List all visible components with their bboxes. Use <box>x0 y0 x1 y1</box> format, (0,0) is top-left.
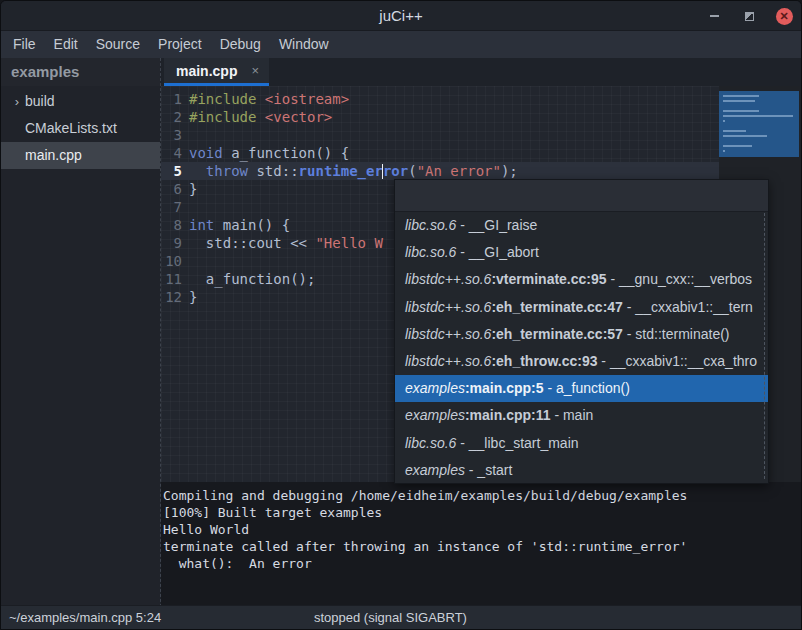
backtrace-frame[interactable]: libstdc++.so.6:vterminate.cc:95 - __gnu_… <box>395 266 768 293</box>
window-controls: ✕ <box>705 1 793 31</box>
code-token: #include <box>189 109 265 125</box>
line-number: 8 <box>161 216 189 234</box>
code-token: main() { <box>214 217 290 233</box>
backtrace-frame[interactable]: libc.so.6 - __GI_raise <box>395 212 768 239</box>
terminal-line: Hello World <box>163 521 801 538</box>
status-debug-state: stopped (signal SIGABRT) <box>314 606 467 629</box>
backtrace-frame[interactable]: libc.so.6 - __GI_abort <box>395 239 768 266</box>
code-token: <vector> <box>265 109 332 125</box>
code-token: } <box>189 289 197 305</box>
project-name-header: examples <box>1 58 160 86</box>
menubar: FileEditSourceProjectDebugWindow <box>1 31 801 58</box>
backtrace-frame[interactable]: libc.so.6 - __libc_start_main <box>395 430 768 457</box>
minimap-line <box>723 120 725 122</box>
menu-item-edit[interactable]: Edit <box>54 31 78 58</box>
tab-close-icon[interactable]: × <box>251 64 259 77</box>
tree-item-label: CMakeLists.txt <box>25 115 117 142</box>
line-number: 12 <box>161 288 189 306</box>
frame-symbol: - __gnu_cxx::__verbos <box>607 271 753 287</box>
frame-symbol: - _start <box>465 462 512 478</box>
code-line-3[interactable]: 3 <box>161 126 801 144</box>
sidebar-item-build[interactable]: ›build <box>1 88 160 115</box>
minimap-viewport[interactable] <box>719 91 799 157</box>
code-line-4[interactable]: 4void a_function() { <box>161 144 801 162</box>
frame-file-line: :eh_terminate.cc:47 <box>491 299 623 315</box>
tree-item-label: build <box>25 88 55 115</box>
frame-symbol: - __cxxabiv1::__cxa_thro <box>597 353 757 369</box>
frame-symbol: - __GI_raise <box>456 217 537 233</box>
frame-library: libc.so.6 <box>405 435 456 451</box>
code-token: a_function(); <box>189 271 315 287</box>
frame-symbol: - std::terminate() <box>623 326 730 342</box>
frame-file-line: :main.cpp:11 <box>465 407 551 423</box>
frame-library: libstdc++.so.6 <box>405 299 491 315</box>
menu-item-project[interactable]: Project <box>158 31 202 58</box>
tab-main-cpp[interactable]: main.cpp× <box>164 58 269 86</box>
code-line-1[interactable]: 1#include <iostream> <box>161 90 801 108</box>
line-number: 3 <box>161 126 189 144</box>
minimap-line <box>723 135 767 137</box>
terminal-line: Compiling and debugging /home/eidheim/ex… <box>163 487 801 504</box>
backtrace-frame[interactable]: examples:main.cpp:11 - main <box>395 402 768 429</box>
code-token: ); <box>501 163 518 179</box>
terminal-line: [100%] Built target examples <box>163 504 801 521</box>
file-tree: ›buildCMakeLists.txtmain.cpp <box>1 86 160 169</box>
backtrace-frame[interactable]: libstdc++.so.6:eh_throw.cc:93 - __cxxabi… <box>395 348 768 375</box>
menu-item-debug[interactable]: Debug <box>220 31 261 58</box>
frame-symbol: - __cxxabiv1::__tern <box>623 299 753 315</box>
code-token: void <box>189 145 223 161</box>
minimize-button[interactable] <box>705 7 723 25</box>
menu-item-source[interactable]: Source <box>96 31 140 58</box>
line-content: throw std::runtime_error("An error"); <box>189 162 801 180</box>
code-token: int <box>189 217 214 233</box>
restore-button[interactable] <box>740 7 758 25</box>
frame-file-line: :eh_throw.cc:93 <box>491 353 597 369</box>
minimap-line <box>723 145 752 147</box>
line-number: 10 <box>161 252 189 270</box>
tree-item-label: main.cpp <box>25 142 82 169</box>
code-token: ( <box>408 163 416 179</box>
code-line-2[interactable]: 2#include <vector> <box>161 108 801 126</box>
line-number: 6 <box>161 180 189 198</box>
backtrace-popup-header <box>395 180 768 212</box>
window-title: juCi++ <box>1 1 801 31</box>
minimap-line <box>723 150 725 152</box>
statusbar: ~/examples/main.cpp 5:24 stopped (signal… <box>1 605 801 629</box>
line-content <box>189 126 801 144</box>
terminal-line: terminate called after throwing an insta… <box>163 538 801 555</box>
minimap-line <box>723 115 793 117</box>
backtrace-frame[interactable]: examples:main.cpp:5 - a_function() <box>395 375 768 402</box>
code-line-5[interactable]: 5 throw std::runtime_error("An error"); <box>161 162 801 180</box>
terminal-output[interactable]: Compiling and debugging /home/eidheim/ex… <box>161 482 801 607</box>
code-token: "Hello W <box>315 235 382 251</box>
popup-scrollbar[interactable] <box>764 213 765 479</box>
line-number: 5 <box>161 162 189 180</box>
backtrace-frame[interactable]: examples - _start <box>395 457 768 484</box>
sidebar-item-cmakelists-txt[interactable]: CMakeLists.txt <box>1 115 160 142</box>
code-token: runtime_er <box>299 163 383 179</box>
code-token <box>189 163 206 179</box>
minimap-line <box>723 100 755 102</box>
frame-library: examples <box>405 380 465 396</box>
backtrace-frame[interactable]: libstdc++.so.6:eh_terminate.cc:57 - std:… <box>395 321 768 348</box>
line-number: 7 <box>161 198 189 216</box>
frame-symbol: - a_function() <box>544 380 630 396</box>
code-token: "An error" <box>417 163 501 179</box>
frame-symbol: - __GI_abort <box>456 244 539 260</box>
line-content: #include <iostream> <box>189 90 801 108</box>
line-number: 11 <box>161 270 189 288</box>
backtrace-frame[interactable]: libstdc++.so.6:eh_terminate.cc:47 - __cx… <box>395 294 768 321</box>
close-button[interactable]: ✕ <box>775 7 793 25</box>
frame-file-line: :vterminate.cc:95 <box>491 271 606 287</box>
code-token: } <box>189 181 197 197</box>
app-window: juCi++ ✕ FileEditSourceProjectDebugWindo… <box>0 0 802 630</box>
frame-library: examples <box>405 462 465 478</box>
chevron-right-icon[interactable]: › <box>9 88 25 115</box>
backtrace-list: libc.so.6 - __GI_raiselibc.so.6 - __GI_a… <box>395 212 768 484</box>
menu-item-file[interactable]: File <box>13 31 36 58</box>
code-token: <iostream> <box>265 91 349 107</box>
frame-symbol: - __libc_start_main <box>456 435 578 451</box>
menu-item-window[interactable]: Window <box>279 31 329 58</box>
frame-library: libc.so.6 <box>405 244 456 260</box>
sidebar-item-main-cpp[interactable]: main.cpp <box>1 142 160 169</box>
